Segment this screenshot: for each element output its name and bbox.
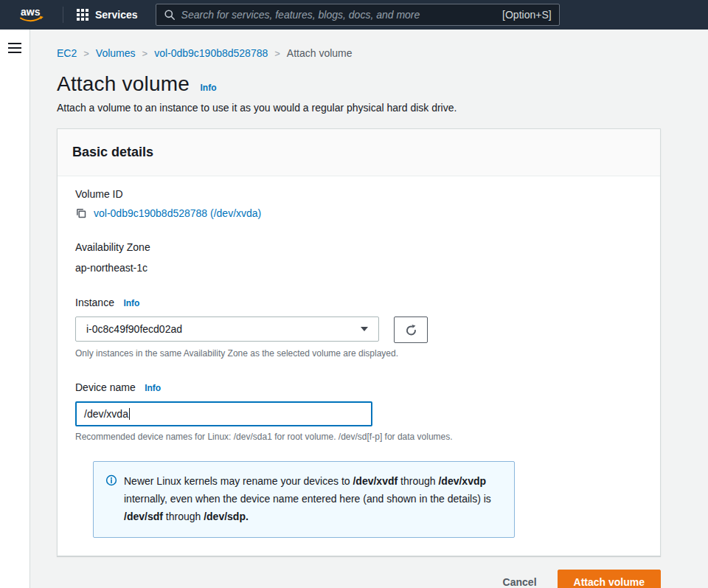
card-title: Basic details: [72, 145, 153, 159]
instance-helper-text: Only instances in the same Availability …: [75, 348, 645, 359]
device-name-info-link[interactable]: Info: [145, 383, 161, 393]
card-header: Basic details: [58, 129, 660, 176]
text-caret: [129, 408, 130, 420]
top-navigation-bar: aws Services [Option+S]: [0, 0, 708, 30]
services-label: Services: [95, 9, 138, 21]
instance-info-link[interactable]: Info: [123, 298, 139, 308]
attach-volume-button[interactable]: Attach volume: [558, 570, 661, 588]
aws-logo[interactable]: aws: [0, 6, 63, 24]
device-name-label: Device name: [75, 381, 136, 393]
breadcrumb-separator-icon: >: [83, 48, 89, 59]
form-actions: Cancel Attach volume: [57, 570, 661, 588]
volume-id-field: Volume ID vol-0db9c190b8d5287: [75, 188, 645, 219]
breadcrumb-ec2[interactable]: EC2: [57, 47, 77, 59]
services-grid-icon: [77, 9, 88, 21]
instance-select-value: i-0c8c49f90fecd02ad: [86, 323, 182, 335]
main-content: EC2 > Volumes > vol-0db9c190b8d528788 > …: [30, 30, 708, 588]
volume-id-link[interactable]: vol-0db9c190b8d528788 (/dev/xvda): [94, 207, 261, 219]
global-search-box[interactable]: [Option+S]: [156, 4, 560, 26]
refresh-instances-button[interactable]: [394, 317, 428, 343]
device-name-value: /dev/xvda: [84, 408, 128, 420]
availability-zone-label: Availability Zone: [75, 241, 645, 253]
chevron-down-icon: [361, 327, 368, 331]
instance-field: Instance Info i-0c8c49f90fecd02ad: [75, 296, 645, 359]
device-name-helper-text: Recommended device names for Linux: /dev…: [75, 432, 645, 442]
copy-icon: [75, 207, 87, 219]
instance-label: Instance: [75, 297, 114, 308]
availability-zone-field: Availability Zone ap-northeast-1c: [75, 241, 645, 274]
side-navigation-collapsed: [0, 30, 30, 588]
device-name-field: Device name Info /dev/xvda Recommended d…: [75, 381, 645, 442]
services-menu-button[interactable]: Services: [63, 0, 151, 30]
menu-toggle-icon[interactable]: [8, 43, 21, 53]
aws-logo-icon: aws: [18, 6, 46, 24]
breadcrumb-separator-icon: >: [142, 48, 148, 59]
basic-details-card: Basic details Volume ID: [57, 128, 661, 556]
instance-select[interactable]: i-0c8c49f90fecd02ad: [75, 317, 379, 342]
info-alert: Newer Linux kernels may rename your devi…: [93, 461, 515, 538]
page-info-link[interactable]: Info: [200, 83, 216, 93]
breadcrumb-current: Attach volume: [287, 47, 353, 59]
breadcrumb: EC2 > Volumes > vol-0db9c190b8d528788 > …: [57, 47, 661, 59]
refresh-icon: [405, 324, 417, 336]
search-shortcut-hint: [Option+S]: [502, 9, 552, 21]
page-title: Attach volume: [57, 72, 190, 95]
copy-volume-id-button[interactable]: [75, 207, 87, 219]
search-icon: [164, 9, 176, 21]
volume-id-label: Volume ID: [75, 188, 645, 200]
availability-zone-value: ap-northeast-1c: [75, 262, 645, 274]
search-input[interactable]: [181, 9, 502, 21]
breadcrumb-volume-id[interactable]: vol-0db9c190b8d528788: [154, 47, 268, 59]
cancel-button[interactable]: Cancel: [503, 576, 537, 588]
breadcrumb-separator-icon: >: [274, 48, 280, 59]
svg-text:aws: aws: [21, 6, 41, 18]
device-name-input[interactable]: /dev/xvda: [75, 401, 372, 426]
info-alert-text: Newer Linux kernels may rename your devi…: [124, 472, 496, 525]
page-description: Attach a volume to an instance to use it…: [57, 102, 661, 114]
breadcrumb-volumes[interactable]: Volumes: [96, 47, 136, 59]
info-circle-icon: [105, 472, 117, 525]
